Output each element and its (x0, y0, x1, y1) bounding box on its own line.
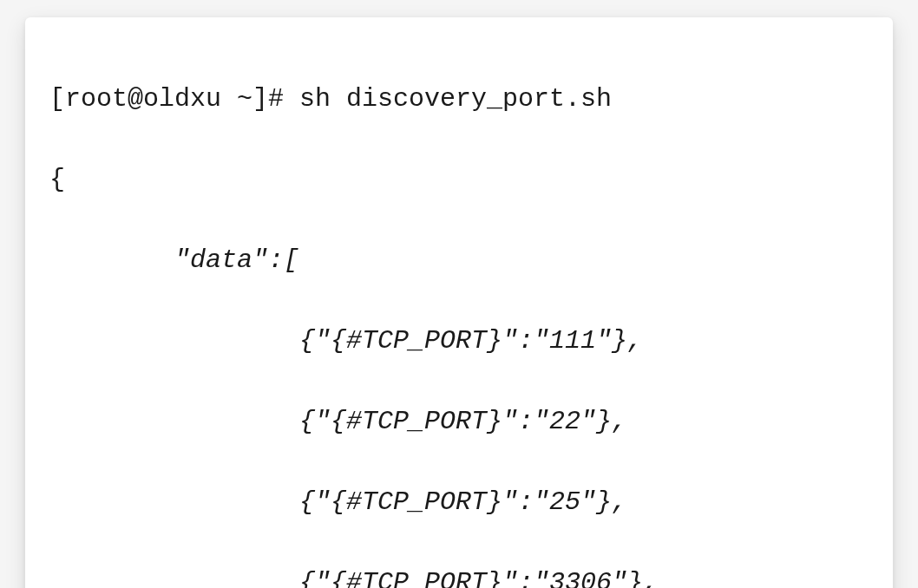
json-entry: {"{#TCP_PORT}":"3306"}, (49, 563, 869, 589)
json-entry: {"{#TCP_PORT}":"22"}, (49, 402, 869, 442)
shell-command: sh discovery_port.sh (299, 84, 612, 114)
shell-prompt: [root@oldxu ~]# (49, 84, 299, 114)
json-entry: {"{#TCP_PORT}":"111"}, (49, 321, 869, 362)
json-entry: {"{#TCP_PORT}":"25"}, (49, 482, 869, 523)
json-open-brace: { (49, 160, 869, 200)
terminal-output: [root@oldxu ~]# sh discovery_port.sh { "… (25, 17, 893, 588)
json-data-open: "data":[ (49, 240, 869, 281)
command-line: [root@oldxu ~]# sh discovery_port.sh (49, 79, 869, 120)
